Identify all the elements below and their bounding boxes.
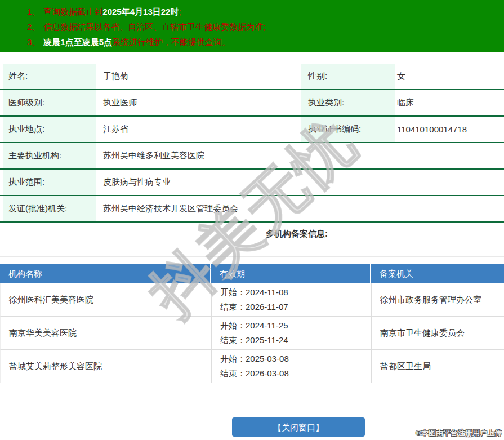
upload-attribution-watermark: ©本图由平台注册用户上传 (416, 428, 502, 438)
profile-row-name-gender: 姓名: 于艳菊 性别: 女 (0, 64, 504, 90)
cell-institution-name: 徐州医科汇美美容医院 (1, 283, 212, 316)
notice-banner: 1、查询数据截止到2025年4月13日22时; 2、信息数据结果以各省、自治区、… (0, 0, 504, 52)
validity-start: 开始：2024-11-25 (220, 318, 371, 333)
notice-line-3: 3、凌晨1点至凌晨5点系统进行维护，不能提供查询。 (27, 34, 504, 50)
validity-end: 结束：2026-03-08 (220, 366, 371, 381)
notice-text-post: 系统进行维护，不能提供查询。 (112, 37, 230, 47)
field-label-practice-scope: 执业范围: (3, 170, 96, 195)
profile-row-location-license: 执业地点: 江苏省 执业证书编码: 110410100014718 (0, 117, 504, 143)
cell-validity-period: 开始：2024-11-25 结束：2025-11-24 (212, 317, 372, 349)
filing-table-header: 机构名称 有效期 备案机关 (0, 264, 504, 283)
notice-line-1: 1、查询数据截止到2025年4月13日22时; (27, 4, 504, 19)
field-label-main-institution: 主要执业机构: (3, 143, 96, 168)
field-label-issuing-authority: 发证(批准)机关: (3, 196, 96, 221)
column-header-validity-period: 有效期 (211, 264, 371, 283)
validity-start: 开始：2024-11-08 (220, 285, 371, 300)
notice-text: 信息数据结果以各省、自治区、直辖市卫生健康委数据为准; (43, 22, 265, 32)
validity-end: 结束：2025-11-24 (220, 333, 371, 348)
field-label-license-number: 执业证书编码: (301, 117, 395, 142)
field-label-name: 姓名: (3, 64, 96, 89)
field-value-practice-scope: 皮肤病与性病专业 (103, 170, 504, 195)
cell-filing-authority: 盐都区卫生局 (372, 350, 504, 383)
cell-filing-authority: 南京市卫生健康委员会 (372, 317, 504, 349)
field-label-gender: 性别: (301, 64, 395, 89)
close-window-button[interactable]: 【关闭窗口】 (232, 417, 365, 437)
notice-highlight: 凌晨1点至凌晨5点 (43, 37, 112, 47)
table-row: 盐城艾美莉整形美容医院 开始：2025-03-08 结束：2026-03-08 … (0, 350, 504, 383)
multi-institution-section-heading: 多机构备案信息: (266, 229, 328, 239)
practitioner-query-result-page: 1、查询数据截止到2025年4月13日22时; 2、信息数据结果以各省、自治区、… (0, 0, 504, 440)
field-label-practice-location: 执业地点: (3, 117, 96, 142)
notice-text-post: ; (179, 7, 181, 16)
table-row: 徐州医科汇美美容医院 开始：2024-11-08 结束：2026-11-07 徐… (0, 283, 504, 317)
field-value-practice-category: 临床 (397, 90, 504, 115)
table-row: 南京华美美容医院 开始：2024-11-25 结束：2025-11-24 南京市… (0, 317, 504, 350)
cell-institution-name: 盐城艾美莉整形美容医院 (1, 350, 212, 383)
column-header-institution-name: 机构名称 (0, 264, 211, 283)
notice-text: 查询数据截止到 (43, 7, 102, 16)
section-divider (0, 256, 504, 257)
notice-number: 3、 (27, 37, 40, 47)
field-value-license-number: 110410100014718 (397, 117, 504, 142)
field-label-practice-category: 执业类别: (301, 90, 395, 115)
profile-row-practice-scope: 执业范围: 皮肤病与性病专业 (0, 170, 504, 196)
field-label-doctor-level: 医师级别: (3, 90, 96, 115)
cell-validity-period: 开始：2024-11-08 结束：2026-11-07 (212, 283, 372, 316)
notice-number: 1、 (27, 7, 40, 16)
field-value-gender: 女 (397, 64, 504, 89)
cell-filing-authority: 徐州市政务服务管理办公室 (372, 283, 504, 316)
notice-number: 2、 (27, 22, 40, 32)
cell-institution-name: 南京华美美容医院 (1, 317, 212, 349)
validity-start: 开始：2025-03-08 (220, 352, 371, 366)
practitioner-profile-table: 姓名: 于艳菊 性别: 女 医师级别: 执业医师 执业类别: 临床 执业地点: … (0, 64, 504, 223)
column-header-filing-authority: 备案机关 (371, 264, 504, 283)
profile-row-issuing-authority: 发证(批准)机关: 苏州吴中经济技术开发区管理委员会 (0, 196, 504, 223)
notice-highlight: 2025年4月13日22时 (102, 7, 179, 16)
field-value-main-institution: 苏州吴中维多利亚美容医院 (103, 143, 504, 168)
field-value-issuing-authority: 苏州吴中经济技术开发区管理委员会 (103, 196, 504, 221)
validity-end: 结束：2026-11-07 (220, 300, 371, 314)
notice-line-2: 2、信息数据结果以各省、自治区、直辖市卫生健康委数据为准; (27, 19, 504, 34)
cell-validity-period: 开始：2025-03-08 结束：2026-03-08 (212, 350, 372, 383)
profile-row-main-institution: 主要执业机构: 苏州吴中维多利亚美容医院 (0, 143, 504, 170)
profile-row-level-category: 医师级别: 执业医师 执业类别: 临床 (0, 90, 504, 117)
filing-table: 机构名称 有效期 备案机关 徐州医科汇美美容医院 开始：2024-11-08 结… (0, 264, 504, 383)
